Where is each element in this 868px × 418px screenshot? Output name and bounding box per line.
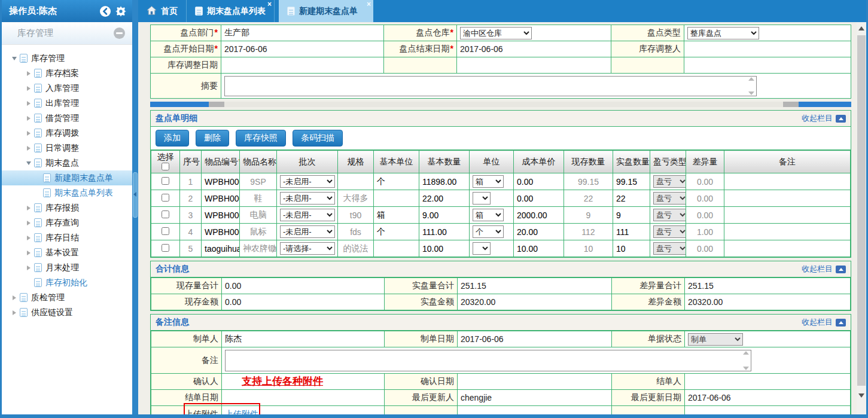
sidebar-item-loss-report[interactable]: 库存报损 [2,200,132,215]
sidebar-item-daily-close[interactable]: 库存日结 [2,230,132,245]
row-select-checkbox[interactable] [162,194,169,202]
base-qty-cell[interactable]: 22.00 [419,190,470,207]
actual-qty-cell[interactable]: 9 [613,207,650,224]
remark-cell[interactable] [724,207,851,224]
sidebar-collapse-handle[interactable] [133,172,138,218]
add-button[interactable]: 添加 [156,130,189,147]
row-select-checkbox[interactable] [162,210,169,218]
base-qty-cell[interactable]: 10.00 [419,240,470,257]
delete-button[interactable]: 删除 [196,130,229,147]
tab-new-count-sheet[interactable]: 新建期末盘点单 × [279,0,373,22]
select-all-checkbox[interactable] [162,163,169,170]
upload-attachment-link[interactable]: 上传附件 [225,409,258,414]
remarks-collapse-control[interactable]: 收起栏目 [802,317,846,328]
stock-snapshot-button[interactable]: 库存快照 [236,130,286,147]
batch-select[interactable]: -请选择- [280,242,335,255]
sidebar-item-period-count[interactable]: 期末盘点 [2,155,132,170]
diff-qty-cell: 0.00 [686,190,724,207]
start-date-field[interactable]: 2017-06-06 [221,41,384,57]
stock-qty-cell: 112 [564,224,613,240]
vertical-scrollbar-thumb[interactable] [857,35,866,386]
hscroll-thumb-right[interactable] [799,102,851,107]
horizontal-scrollbar[interactable] [150,102,851,107]
unit-select[interactable]: 箱 [473,209,504,221]
sidebar-item-query[interactable]: 库存查询 [2,215,132,230]
unit-select[interactable]: 个 [473,225,504,238]
actual-qty-cell[interactable]: 22 [613,190,650,207]
actual-qty-cell[interactable]: 111 [613,224,650,240]
sidebar-item-borrow[interactable]: 借货管理 [2,111,132,126]
vertical-scrollbar[interactable] [857,22,866,414]
actual-qty-cell[interactable]: 10 [613,240,650,257]
dept-field[interactable]: 生产部 [221,25,384,41]
chevron-right-icon [25,131,32,136]
sidebar-item-month-end[interactable]: 月末处理 [2,260,132,275]
scroll-down-arrow-icon[interactable] [858,393,864,398]
hscroll-thumb-left[interactable] [150,102,209,107]
actual-qty-cell[interactable]: 99.15 [613,173,650,190]
batch-select[interactable]: -未启用- [280,175,335,188]
warehouse-select[interactable]: 渝中区仓库 [460,27,532,39]
stock-qty-cell: 10 [564,240,613,257]
sidebar-item-basic-settings[interactable]: 基本设置 [2,245,132,260]
close-icon[interactable]: × [267,1,272,8]
base-qty-cell[interactable]: 111.00 [419,224,470,240]
remark-cell[interactable] [724,240,851,257]
sidebar-item-count-sheet-list[interactable]: 期末盘点单列表 [2,185,132,200]
batch-select[interactable]: -未启用- [280,192,335,205]
sidebar-item-new-count-sheet[interactable]: 新建期末盘点单 [2,170,132,185]
sidebar-item-transfer[interactable]: 库存调拨 [2,126,132,141]
document-icon [34,263,42,272]
detail-collapse-control[interactable]: 收起栏目 [802,113,846,124]
tab-count-sheet-list[interactable]: 期末盘点单列表 × [187,0,275,22]
sidebar-item-daily-adjust[interactable]: 日常调整 [2,141,132,155]
cost-price-cell[interactable]: 2000.00 [514,207,564,224]
sidebar-item-qc-mgmt[interactable]: 质检管理 [2,290,132,305]
cost-price-cell[interactable]: 20.00 [514,224,564,240]
sidebar-item-archives[interactable]: 库存档案 [2,66,132,81]
adjust-date-field[interactable] [221,57,384,74]
sidebar-item-outbound[interactable]: 出库管理 [2,96,132,111]
document-icon [43,173,51,182]
remark-cell[interactable] [724,173,851,190]
remark-cell[interactable] [724,224,851,240]
diff-qty-total-label: 差异量合计 [612,278,685,294]
remark-cell[interactable] [724,190,851,207]
unit-select[interactable]: 箱 [473,175,504,188]
adjuster-field[interactable] [684,41,851,57]
sidebar-item-inventory-mgmt[interactable]: 库存管理 [2,51,132,66]
doc-status-select: 制单 [688,333,743,346]
sidebar-item-inbound[interactable]: 入库管理 [2,81,132,96]
gear-icon[interactable] [114,5,127,18]
cost-price-cell[interactable]: 0.00 [514,190,564,207]
item-name-cell: 电脑 [240,207,277,224]
sidebar-item-supply-chain[interactable]: 供应链设置 [2,305,132,320]
row-select-checkbox[interactable] [162,177,169,185]
unit-select[interactable] [473,192,491,205]
count-type-select[interactable]: 整库盘点 [687,27,759,39]
tab-home[interactable]: 首页 [138,0,187,22]
cost-price-cell[interactable]: 0.00 [514,173,564,190]
batch-select[interactable]: -未启用- [280,225,335,238]
back-circle-icon[interactable] [99,5,112,18]
chevron-right-icon [25,206,32,210]
sidebar-item-inventory-init[interactable]: 库存初始化 [2,275,132,290]
barcode-scan-button[interactable]: 条码扫描 [293,130,343,147]
close-icon[interactable]: × [367,1,371,8]
row-select-checkbox[interactable] [162,244,169,252]
cost-price-cell[interactable]: 10.00 [514,240,564,257]
note-textarea[interactable] [225,350,751,371]
base-qty-cell[interactable]: 11898.00 [419,173,470,190]
collapse-panel-icon[interactable] [114,28,125,39]
remarks-table: 制单人 陈杰 制单日期 2017-06-06 单据状态 制单 备注 [151,331,851,414]
summary-textarea[interactable] [224,76,757,96]
base-qty-cell[interactable]: 9.00 [419,207,470,224]
confirm-date-label: 确认日期 [385,374,458,390]
row-select-checkbox[interactable] [162,227,169,235]
unit-select[interactable] [473,242,491,255]
totals-collapse-control[interactable]: 收起栏目 [802,264,846,274]
batch-select[interactable]: -未启用- [280,209,335,221]
hscroll-track-right [783,102,799,107]
end-date-field[interactable]: 2017-06-06 [457,41,611,57]
scroll-up-arrow-icon[interactable] [858,26,864,30]
